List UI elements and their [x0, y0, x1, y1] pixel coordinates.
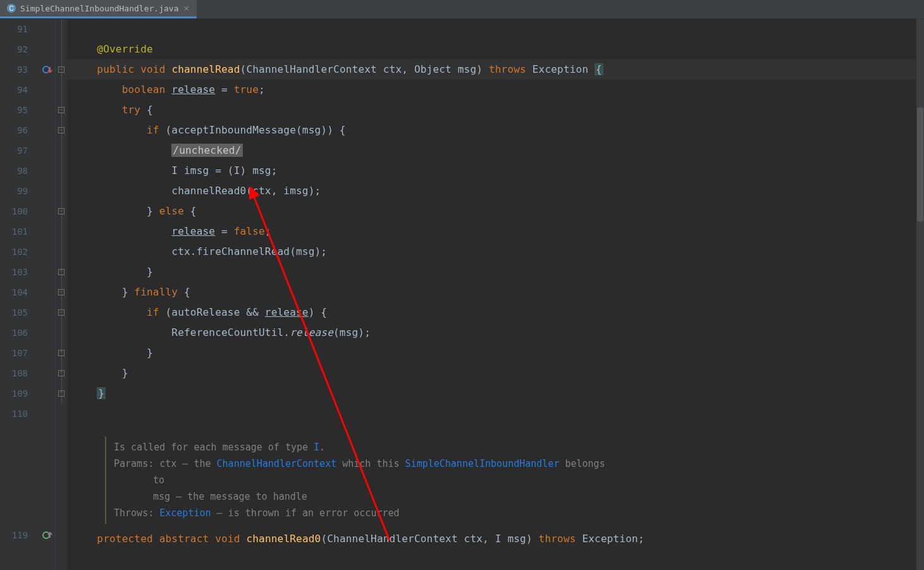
line-number: 100	[0, 201, 33, 221]
code-line[interactable]: }	[72, 343, 924, 363]
implements-method-icon[interactable]	[42, 530, 52, 540]
line-number: 104	[0, 282, 33, 302]
line-number: 119	[0, 525, 33, 545]
line-number: 102	[0, 242, 33, 262]
code-line[interactable]: } finally {	[72, 282, 924, 302]
fold-gutter[interactable]: − − − − ⌃ − − ⌃ ⌃ ⌃	[56, 19, 67, 570]
fold-toggle-icon[interactable]: −	[58, 208, 65, 214]
fold-end-icon[interactable]: ⌃	[58, 269, 65, 275]
line-number-gutter[interactable]: 91 92 93 94 95 96 97 98 99 100 101 102 1…	[0, 19, 56, 570]
line-number: 103	[0, 262, 33, 282]
code-line[interactable]: }	[72, 363, 924, 383]
line-number: 95	[0, 100, 33, 120]
code-line[interactable]	[72, 19, 924, 39]
fold-end-icon[interactable]: ⌃	[58, 370, 65, 376]
code-line[interactable]: release = false;	[72, 221, 924, 242]
close-icon[interactable]: ×	[182, 3, 190, 13]
code-line[interactable]: public void channelRead(ChannelHandlerCo…	[72, 59, 924, 80]
code-line[interactable]: ctx.fireChannelRead(msg);	[72, 242, 924, 262]
line-number: 92	[0, 39, 33, 59]
java-class-icon: C	[6, 3, 16, 13]
line-number: 98	[0, 161, 33, 181]
fold-toggle-icon[interactable]: −	[58, 66, 65, 73]
line-number: 99	[0, 181, 33, 201]
code-editor[interactable]: @Override public void channelRead(Channe…	[67, 19, 924, 570]
line-number: 97	[0, 140, 33, 161]
svg-point-3	[43, 532, 49, 538]
fold-end-icon[interactable]: ⌃	[58, 350, 65, 356]
line-number: 96	[0, 120, 33, 140]
fold-toggle-icon[interactable]: −	[58, 309, 65, 316]
line-number: 91	[0, 19, 33, 39]
code-line[interactable]	[72, 404, 924, 424]
code-line[interactable]: /unchecked/	[72, 140, 924, 161]
code-line[interactable]: if (acceptInboundMessage(msg)) {	[72, 120, 924, 140]
code-line[interactable]: if (autoRelease && release) {	[72, 302, 924, 323]
tab-bar: C SimpleChannelInboundHandler.java ×	[0, 0, 924, 19]
line-number: 106	[0, 323, 33, 343]
line-number: 105	[0, 302, 33, 323]
code-line[interactable]: @Override	[72, 39, 924, 59]
svg-text:C: C	[9, 5, 13, 12]
fold-toggle-icon[interactable]: −	[58, 127, 65, 133]
vertical-scrollbar[interactable]	[916, 19, 924, 570]
line-number: 94	[0, 80, 33, 100]
code-line[interactable]: channelRead0(ctx, imsg);	[72, 181, 924, 201]
code-line[interactable]: I imsg = (I) msg;	[72, 161, 924, 181]
fold-end-icon[interactable]: ⌃	[58, 390, 65, 397]
svg-point-2	[43, 66, 49, 73]
fold-toggle-icon[interactable]: −	[58, 289, 65, 295]
tab-filename: SimpleChannelInboundHandler.java	[20, 4, 178, 13]
code-line[interactable]: try {	[72, 100, 924, 120]
override-method-icon[interactable]	[42, 65, 52, 75]
fold-toggle-icon[interactable]: −	[58, 107, 65, 113]
scrollbar-thumb[interactable]	[917, 108, 923, 221]
line-number: 108	[0, 363, 33, 383]
code-line[interactable]: }	[72, 262, 924, 282]
line-number: 107	[0, 343, 33, 363]
line-number: 93	[0, 59, 33, 80]
javadoc-rendered: Is called for each message of type I. Pa…	[105, 437, 924, 524]
code-line[interactable]: }	[72, 383, 924, 404]
editor-area: 91 92 93 94 95 96 97 98 99 100 101 102 1…	[0, 19, 924, 570]
line-number: 101	[0, 221, 33, 242]
code-line[interactable]: ReferenceCountUtil.release(msg);	[72, 323, 924, 343]
line-number: 110	[0, 404, 33, 424]
code-line[interactable]: boolean release = true;	[72, 80, 924, 100]
editor-tab-active[interactable]: C SimpleChannelInboundHandler.java ×	[0, 0, 197, 18]
code-line[interactable]: protected abstract void channelRead0(Cha…	[72, 529, 924, 549]
line-number: 109	[0, 383, 33, 404]
code-line[interactable]: } else {	[72, 201, 924, 221]
